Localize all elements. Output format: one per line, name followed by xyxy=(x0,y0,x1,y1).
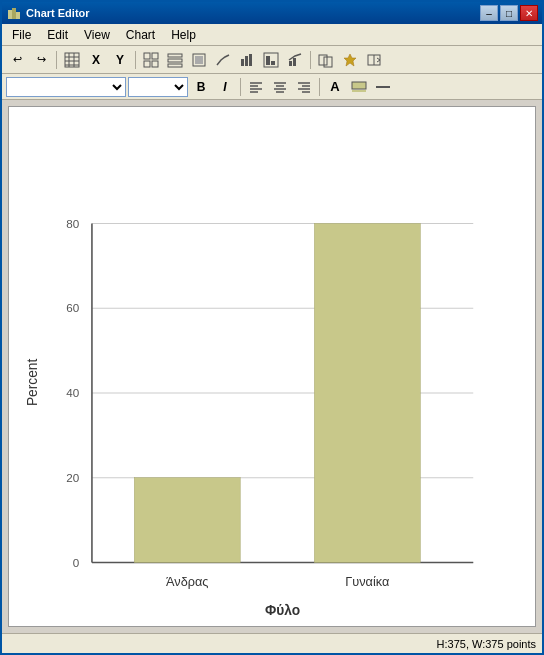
svg-rect-19 xyxy=(245,56,248,66)
maximize-button[interactable]: □ xyxy=(500,5,518,21)
chart-type-list-button[interactable] xyxy=(164,49,186,71)
svg-rect-23 xyxy=(271,61,275,65)
menu-chart[interactable]: Chart xyxy=(118,24,163,45)
svg-rect-14 xyxy=(168,59,182,62)
combo-chart-button[interactable] xyxy=(284,49,306,71)
toolbar-separator-2 xyxy=(135,51,136,69)
chart-wizard-button[interactable] xyxy=(339,49,361,71)
y-axis-button[interactable]: Y xyxy=(109,49,131,71)
bar-andras xyxy=(134,478,240,563)
font-color-button[interactable]: A xyxy=(324,76,346,98)
svg-text:40: 40 xyxy=(66,386,79,399)
toolbar-main: ↩ ↪ X Y xyxy=(2,46,542,74)
chart-data-range-button[interactable] xyxy=(188,49,210,71)
align-center-button[interactable] xyxy=(269,76,291,98)
close-button[interactable]: ✕ xyxy=(520,5,538,21)
window-controls: – □ ✕ xyxy=(480,5,538,21)
toolbar-separator-5 xyxy=(319,78,320,96)
x-axis-label: Φύλο xyxy=(265,603,300,618)
svg-rect-13 xyxy=(168,54,182,57)
line-chart-button[interactable] xyxy=(212,49,234,71)
minimize-button[interactable]: – xyxy=(480,5,498,21)
svg-rect-18 xyxy=(241,59,244,66)
menu-edit[interactable]: Edit xyxy=(39,24,76,45)
align-left-button[interactable] xyxy=(245,76,267,98)
menu-help[interactable]: Help xyxy=(163,24,204,45)
align-right-button[interactable] xyxy=(293,76,315,98)
redo-button[interactable]: ↪ xyxy=(30,49,52,71)
svg-rect-22 xyxy=(266,56,270,65)
chart-container: Percent 0 20 40 60 80 xyxy=(2,100,542,633)
svg-text:80: 80 xyxy=(66,217,79,230)
toolbar-separator-3 xyxy=(310,51,311,69)
italic-button[interactable]: I xyxy=(214,76,236,98)
x-axis-button[interactable]: X xyxy=(85,49,107,71)
bar-label-andras: Άνδρας xyxy=(166,574,208,589)
svg-rect-15 xyxy=(168,64,182,67)
svg-text:20: 20 xyxy=(66,471,79,484)
svg-rect-17 xyxy=(195,56,203,64)
svg-rect-20 xyxy=(249,54,252,66)
svg-rect-10 xyxy=(152,53,158,59)
svg-text:0: 0 xyxy=(73,556,80,569)
status-bar: H:375, W:375 points xyxy=(2,633,542,653)
bar-gynaika xyxy=(314,224,420,563)
font-size-select[interactable] xyxy=(128,77,188,97)
window: Chart Editor – □ ✕ File Edit View Chart … xyxy=(0,0,544,655)
y-axis-label: Percent xyxy=(25,359,40,407)
svg-rect-43 xyxy=(352,90,366,92)
svg-rect-42 xyxy=(352,82,366,89)
svg-rect-12 xyxy=(152,61,158,67)
bar-label-gynaika: Γυναίκα xyxy=(345,574,389,589)
chart-type-grid-button[interactable] xyxy=(140,49,162,71)
toolbar-format: B I xyxy=(2,74,542,100)
window-title: Chart Editor xyxy=(26,7,480,19)
bold-button[interactable]: B xyxy=(190,76,212,98)
svg-rect-0 xyxy=(8,10,12,19)
svg-rect-9 xyxy=(144,53,150,59)
svg-rect-1 xyxy=(12,8,16,19)
data-table-button[interactable] xyxy=(61,49,83,71)
chart-area[interactable]: Percent 0 20 40 60 80 xyxy=(8,106,536,627)
menu-bar: File Edit View Chart Help xyxy=(2,24,542,46)
insert-object-button[interactable] xyxy=(363,49,385,71)
svg-text:60: 60 xyxy=(66,301,79,314)
title-bar: Chart Editor – □ ✕ xyxy=(2,2,542,24)
svg-rect-11 xyxy=(144,61,150,67)
bar-chart-button[interactable] xyxy=(236,49,258,71)
data-series-button[interactable] xyxy=(315,49,337,71)
menu-view[interactable]: View xyxy=(76,24,118,45)
menu-file[interactable]: File xyxy=(4,24,39,45)
highlight-color-button[interactable] xyxy=(348,76,370,98)
status-text: H:375, W:375 points xyxy=(437,638,536,650)
svg-rect-2 xyxy=(16,12,20,19)
chart-svg: Percent 0 20 40 60 80 xyxy=(9,107,535,626)
svg-rect-25 xyxy=(293,58,296,66)
toolbar-separator-1 xyxy=(56,51,57,69)
window-icon xyxy=(6,5,22,21)
font-family-select[interactable] xyxy=(6,77,126,97)
toolbar-separator-4 xyxy=(240,78,241,96)
area-chart-button[interactable] xyxy=(260,49,282,71)
border-button[interactable] xyxy=(372,76,394,98)
undo-button[interactable]: ↩ xyxy=(6,49,28,71)
svg-rect-24 xyxy=(289,61,292,66)
